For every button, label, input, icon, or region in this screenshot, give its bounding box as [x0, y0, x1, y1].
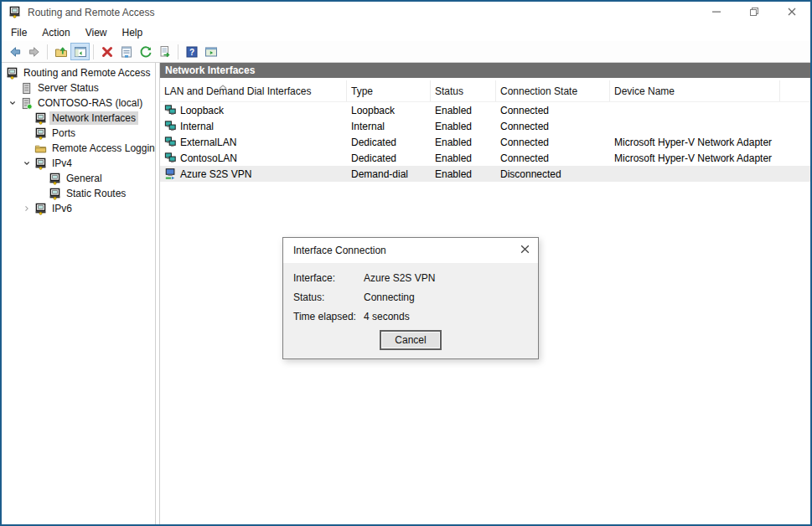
new-window-icon[interactable]	[201, 43, 220, 60]
tree-item-label: Server Status	[35, 81, 101, 95]
close-button[interactable]	[773, 2, 810, 23]
tree-item-general[interactable]: General	[2, 171, 155, 186]
dialog-close-button[interactable]	[511, 238, 538, 263]
rras-node-icon	[34, 126, 47, 140]
minimize-button[interactable]	[697, 2, 735, 23]
list-rows: LoopbackLoopbackEnabledConnectedInternal…	[160, 102, 810, 182]
cell-type: Dedicated	[347, 137, 431, 148]
cell-lan-and-demand-dial-interfaces: Loopback	[160, 104, 347, 116]
cell-connection-state: Connected	[496, 105, 610, 116]
column-header-status[interactable]: Status	[431, 80, 496, 101]
cell-status: Enabled	[431, 152, 496, 164]
cancel-button[interactable]: Cancel	[380, 330, 442, 350]
interface-row-internal[interactable]: InternalInternalEnabledConnected	[160, 118, 810, 134]
tree-item-remote-access-logging[interactable]: Remote Access Logging	[2, 141, 155, 156]
dialog-field-status: Status:Connecting	[293, 291, 538, 303]
field-value: Connecting	[364, 291, 415, 303]
toolbar-separator	[93, 44, 94, 59]
sort-asc-icon	[217, 80, 229, 92]
column-header-device-name[interactable]: Device Name	[610, 80, 780, 101]
toolbar: ?	[2, 41, 810, 63]
tree-item-label: Routing and Remote Access	[21, 66, 153, 80]
close-icon	[787, 7, 797, 19]
interface-row-contosolan[interactable]: ContosoLANDedicatedEnabledConnectedMicro…	[160, 150, 810, 166]
chevron-expanded-icon[interactable]	[19, 158, 34, 168]
column-header-lan-and-demand-dial-interfaces[interactable]: LAN and Demand Dial Interfaces	[160, 80, 347, 101]
dialog-field-interface: Interface:Azure S2S VPN	[293, 272, 538, 284]
cell-status: Enabled	[431, 105, 496, 116]
cell-connection-state: Connected	[496, 121, 610, 132]
menu-action[interactable]: Action	[34, 25, 77, 40]
svg-text:?: ?	[189, 48, 194, 57]
up-one-level-icon[interactable]	[51, 43, 70, 60]
column-header-connection-state[interactable]: Connection State	[496, 80, 610, 101]
restore-button[interactable]	[735, 2, 773, 23]
field-label: Time elapsed:	[293, 311, 364, 322]
network-interface-icon	[164, 104, 178, 116]
tree-item-ipv6[interactable]: IPv6	[2, 201, 155, 216]
menu-help[interactable]: Help	[115, 25, 151, 40]
cell-status: Enabled	[431, 168, 496, 180]
cell-status: Enabled	[431, 121, 496, 132]
tree-item-label: Network Interfaces	[49, 111, 138, 125]
cell-lan-and-demand-dial-interfaces: ContosoLAN	[160, 152, 347, 164]
interface-row-azure-s2s-vpn[interactable]: Azure S2S VPNDemand-dialEnabledDisconnec…	[160, 166, 810, 182]
tree-item-label: General	[64, 172, 105, 185]
interface-row-externallan[interactable]: ExternalLANDedicatedEnabledConnectedMicr…	[160, 134, 810, 150]
refresh-icon[interactable]	[136, 43, 155, 60]
dialog-close-icon	[520, 244, 530, 257]
menu-bar: FileActionViewHelp	[2, 23, 810, 41]
network-interface-icon	[164, 136, 178, 148]
column-header-type[interactable]: Type	[347, 80, 431, 101]
rras-node-icon	[48, 172, 61, 185]
server-status-icon	[19, 81, 33, 95]
tree-item-ipv4[interactable]: IPv4	[2, 156, 155, 171]
show-console-tree-icon[interactable]	[70, 43, 90, 60]
menu-file[interactable]: File	[3, 25, 34, 40]
toolbar-separator	[178, 44, 178, 59]
tree-item-server-status[interactable]: Server Status	[2, 80, 155, 95]
results-pane-header: Network Interfaces	[160, 63, 810, 78]
tree-item-contoso-ras-local[interactable]: CONTOSO-RAS (local)	[2, 95, 155, 111]
tree-item-label: Remote Access Logging	[49, 142, 156, 155]
delete-icon[interactable]	[97, 43, 116, 60]
cell-status: Enabled	[431, 137, 496, 148]
app-icon	[8, 6, 22, 19]
tree-item-routing-and-remote-access[interactable]: Routing and Remote Access	[2, 65, 155, 80]
help-icon[interactable]: ?	[182, 43, 201, 60]
cell-type: Demand-dial	[347, 168, 431, 180]
tree-item-label: IPv4	[49, 157, 75, 170]
export-list-icon[interactable]	[155, 43, 174, 60]
folder-icon	[34, 142, 47, 155]
tree-item-label: Ports	[49, 126, 78, 140]
field-label: Status:	[293, 291, 364, 303]
interface-connection-dialog: Interface Connection Interface:Azure S2S…	[282, 237, 539, 359]
back-icon[interactable]	[5, 43, 24, 60]
rras-node-icon	[34, 111, 47, 125]
tree-item-ports[interactable]: Ports	[2, 126, 155, 141]
menu-view[interactable]: View	[78, 25, 115, 40]
tree-item-label: IPv6	[49, 202, 75, 215]
cell-lan-and-demand-dial-interfaces: Internal	[160, 120, 347, 132]
network-interface-icon	[164, 120, 178, 132]
field-value: 4 seconds	[364, 311, 410, 322]
title-bar: Routing and Remote Access	[2, 2, 810, 23]
cell-type: Dedicated	[347, 152, 431, 164]
tree-item-network-interfaces[interactable]: Network Interfaces	[2, 111, 155, 126]
tree-item-static-routes[interactable]: Static Routes	[2, 186, 155, 201]
minimize-icon	[711, 7, 721, 19]
properties-icon[interactable]	[116, 43, 136, 60]
demand-dial-icon	[164, 168, 178, 180]
cell-device-name: Microsoft Hyper-V Network Adapter	[610, 152, 780, 164]
toolbar-separator	[47, 44, 48, 59]
cell-connection-state: Connected	[496, 137, 610, 148]
console-tree-pane: Routing and Remote AccessServer StatusCO…	[2, 63, 156, 524]
restore-icon	[749, 7, 759, 19]
chevron-expanded-icon[interactable]	[5, 98, 19, 108]
forward-icon[interactable]	[24, 43, 44, 60]
network-interface-icon	[164, 152, 178, 164]
list-column-headers: LAN and Demand Dial InterfacesTypeStatus…	[160, 80, 810, 102]
interface-row-loopback[interactable]: LoopbackLoopbackEnabledConnected	[160, 102, 810, 118]
chevron-collapsed-icon[interactable]	[19, 204, 34, 214]
cell-connection-state: Connected	[496, 152, 610, 164]
